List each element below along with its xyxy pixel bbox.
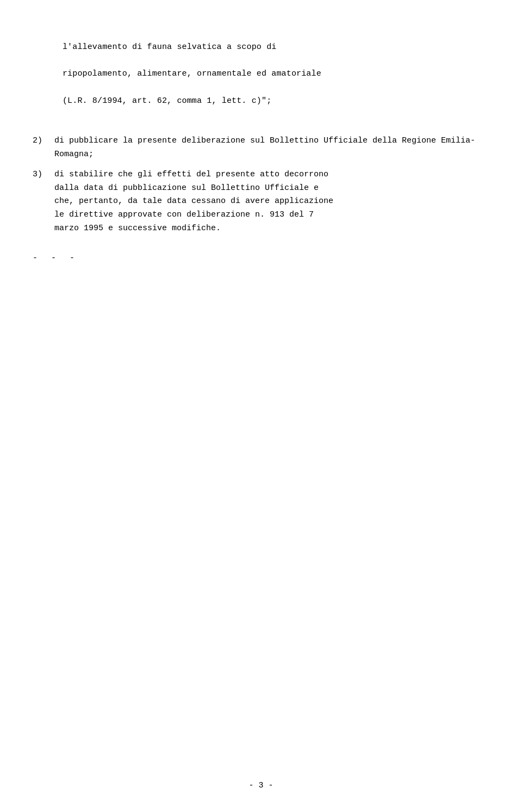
item-2-row: 2) di pubblicare la presente deliberazio… bbox=[33, 134, 489, 162]
item-2-text: di pubblicare la presente deliberazione … bbox=[54, 134, 489, 162]
intro-line-3: (L.R. 8/1994, art. 62, comma 1, lett. c)… bbox=[63, 96, 271, 106]
items-table: 2) di pubblicare la presente deliberazio… bbox=[33, 134, 489, 235]
item-3-row: 3) di stabilire che gli effetti del pres… bbox=[33, 168, 489, 236]
content-area: l'allevamento di fauna selvatica a scopo… bbox=[33, 27, 489, 265]
separator: - - - bbox=[33, 252, 489, 265]
item-3-text: di stabilire che gli effetti del present… bbox=[54, 168, 489, 236]
intro-line-1: l'allevamento di fauna selvatica a scopo… bbox=[63, 42, 277, 52]
item-spacer-row bbox=[33, 162, 489, 168]
page-container: l'allevamento di fauna selvatica a scopo… bbox=[0, 0, 522, 812]
item-2-label: 2) bbox=[33, 134, 54, 162]
intro-paragraph: l'allevamento di fauna selvatica a scopo… bbox=[33, 27, 489, 121]
item-3-label: 3) bbox=[33, 168, 54, 236]
intro-line-2: ripopolamento, alimentare, ornamentale e… bbox=[63, 69, 321, 78]
page-number: - 3 - bbox=[248, 781, 273, 790]
